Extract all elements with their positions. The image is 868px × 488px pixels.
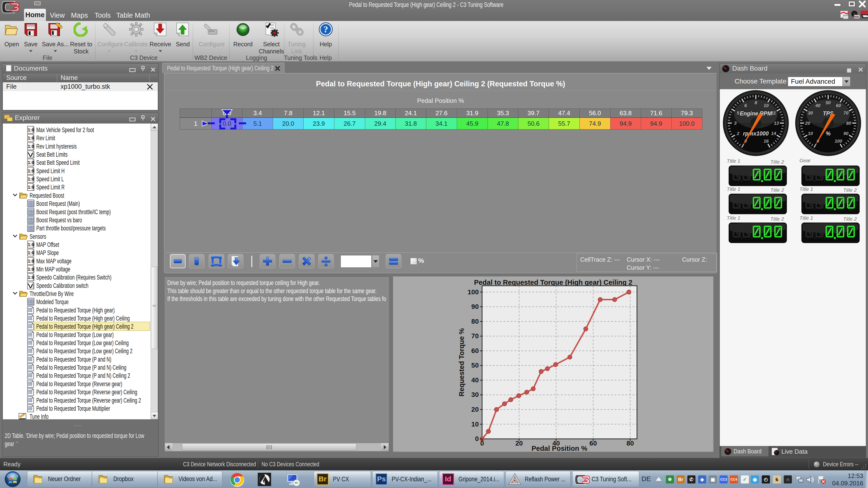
svg-text:%: % [826,130,831,137]
svg-text:80: 80 [471,318,479,325]
svg-text:1:0: 1:0 [28,267,34,272]
svg-text:100: 100 [468,288,479,296]
svg-text:1:0: 1:0 [28,168,34,173]
svg-text:40: 40 [815,103,820,108]
svg-text:1:0: 1:0 [28,242,34,247]
svg-text:8: 8 [755,100,757,105]
svg-text:rpmx1000: rpmx1000 [743,130,769,137]
svg-text:50: 50 [826,100,831,105]
svg-text:50: 50 [471,362,479,369]
svg-text:Title 2: Title 2 [770,216,784,222]
svg-text:Pedal Position %: Pedal Position % [531,445,587,452]
svg-text:0: 0 [475,435,479,443]
svg-text:Engine RPM: Engine RPM [740,110,772,117]
svg-text:WB: WB [843,15,848,19]
svg-text:10: 10 [764,103,769,108]
svg-text:20: 20 [471,406,479,413]
svg-text:Title 1: Title 1 [727,186,740,192]
svg-text:Gear: Gear [800,158,811,163]
svg-text:Title 2: Title 2 [843,216,857,222]
svg-text:Title 1: Title 1 [727,158,740,164]
svg-text:40: 40 [471,377,479,384]
svg-text:20: 20 [805,121,810,126]
svg-text:Title 1: Title 1 [800,186,813,192]
svg-text:Title 1: Title 1 [727,215,740,221]
svg-text:1:0: 1:0 [28,250,34,255]
svg-text:6: 6 [744,103,747,108]
svg-text:Requested Torque %: Requested Torque % [458,328,465,396]
svg-text:60: 60 [471,347,479,354]
svg-text:90: 90 [471,303,479,310]
svg-text:70: 70 [471,332,479,339]
svg-text:Title 1: Title 1 [800,215,813,221]
svg-text:1:0: 1:0 [28,144,34,149]
svg-text:10: 10 [808,131,813,136]
svg-text:70: 70 [843,110,849,116]
svg-text:1:0: 1:0 [28,185,34,190]
svg-text:30: 30 [471,391,479,398]
svg-text:Title 2: Title 2 [843,187,857,193]
svg-text:90: 90 [843,131,849,136]
svg-text:11: 11 [771,110,776,116]
svg-text:Title 2: Title 2 [770,159,784,165]
svg-text:1:0: 1:0 [28,160,34,165]
svg-text:14: 14 [771,131,776,136]
svg-text:5: 5 [737,110,739,116]
svg-text:16: 16 [764,138,769,143]
svg-text:1:0: 1:0 [28,135,34,140]
svg-text:1:0: 1:0 [28,275,34,280]
svg-text:1:0: 1:0 [28,176,34,182]
svg-text:Title 2: Title 2 [770,187,784,193]
svg-text:30: 30 [808,110,813,116]
svg-text:13: 13 [774,121,779,126]
svg-text:100: 100 [835,138,842,143]
svg-text:1:0: 1:0 [28,259,34,264]
svg-text:2: 2 [737,131,739,136]
svg-text:10: 10 [471,421,479,428]
svg-text:1:0: 1:0 [28,127,34,132]
svg-text:60: 60 [836,103,841,108]
svg-text:80: 80 [846,121,851,126]
svg-text:WB: WB [854,15,859,19]
svg-text:?: ? [323,24,328,34]
svg-text:3: 3 [734,121,737,126]
